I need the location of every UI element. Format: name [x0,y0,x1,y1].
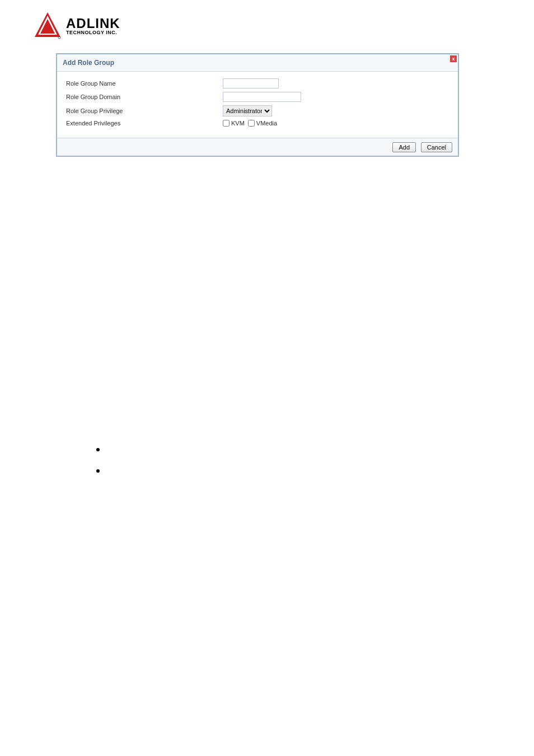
logo-main-text: ADLINK [66,16,120,31]
dialog-footer: Add Cancel [57,138,458,156]
row-role-group-name: Role Group Name [66,78,449,88]
label-role-group-domain: Role Group Domain [66,94,223,100]
row-role-group-domain: Role Group Domain [66,92,449,102]
close-button[interactable]: x [450,55,457,62]
add-role-group-dialog: x Add Role Group Role Group Name Role Gr… [56,53,459,157]
logo-container: ADLINK TECHNOLOGY INC. [0,0,534,45]
input-role-group-domain[interactable] [223,92,301,102]
add-button[interactable]: Add [392,142,416,152]
checkbox-vmedia[interactable] [248,120,255,127]
row-extended-privileges: Extended Privileges KVM VMedia [66,120,449,127]
dialog-body: Role Group Name Role Group Domain Role G… [57,72,458,138]
input-role-group-name[interactable] [223,78,279,88]
checkbox-kvm[interactable] [223,120,229,127]
logo-triangle-icon [34,11,62,39]
bullet-icon [96,469,100,473]
row-role-group-privilege: Role Group Privilege Administrator [66,105,449,116]
dialog-header: Add Role Group [57,54,458,72]
label-extended-privileges: Extended Privileges [66,120,223,127]
label-role-group-privilege: Role Group Privilege [66,108,223,114]
logo-sub-text: TECHNOLOGY INC. [66,30,120,35]
select-role-group-privilege[interactable]: Administrator [223,105,272,116]
label-vmedia: VMedia [256,120,277,127]
logo: ADLINK TECHNOLOGY INC. [34,11,534,39]
label-kvm: KVM [231,120,245,127]
bullet-list [96,448,534,473]
label-role-group-name: Role Group Name [66,80,223,87]
bullet-icon [96,448,100,451]
dialog-title: Add Role Group [63,59,452,67]
logo-text: ADLINK TECHNOLOGY INC. [66,16,120,35]
cancel-button[interactable]: Cancel [421,142,452,152]
